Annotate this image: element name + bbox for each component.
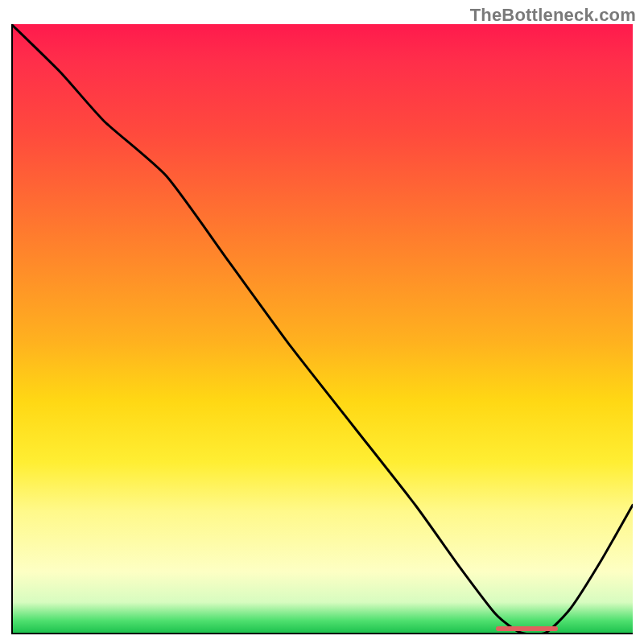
optimum-range-marker [496, 626, 558, 631]
bottleneck-curve [11, 24, 633, 633]
x-axis-line [11, 633, 633, 634]
watermark-text: TheBottleneck.com [470, 5, 636, 26]
